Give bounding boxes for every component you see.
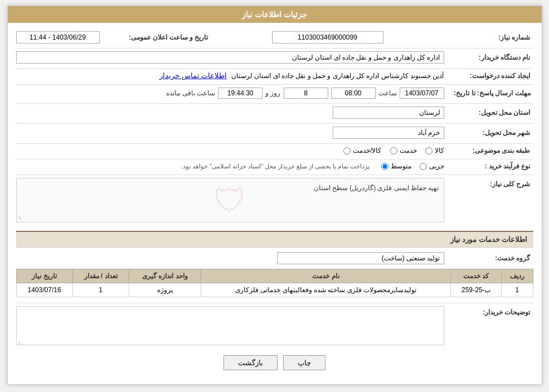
province-row: استان محل تحویل:	[16, 107, 533, 119]
divider-7	[16, 159, 533, 159]
service-group-input	[277, 252, 444, 264]
divider-3	[16, 84, 533, 85]
divider-1	[16, 48, 533, 49]
buyer-org-label: نام دستگاه خریدار:	[444, 54, 533, 61]
buyer-notes-textarea[interactable]	[16, 306, 444, 345]
deadline-label: مهلت ارسال پاسخ: تا تاریخ:	[444, 89, 533, 97]
col-quantity: تعداد / مقدار	[72, 269, 129, 283]
general-desc-container: 🛡 تهیه حفاظ ایمنی فلزی (گاردریل) سطح است…	[16, 178, 444, 225]
table-cell-0: 1	[502, 283, 533, 297]
services-section-title: اطلاعات خدمات مورد نیاز	[16, 231, 533, 248]
city-label: شهر محل تحویل:	[444, 129, 533, 137]
kala-radio[interactable]	[425, 147, 433, 154]
creator-contact-link[interactable]: اطلاعات تماس خریدار	[159, 71, 227, 80]
remaining-label: ساعت باقی مانده	[166, 89, 215, 97]
table-header-row: ردیف کد خدمت نام خدمت واحد اندازه گیری ت…	[16, 269, 533, 283]
deadline-row: مهلت ارسال پاسخ: تا تاریخ: 1403/07/07 سا…	[16, 88, 533, 99]
city-row: شهر محل تحویل:	[16, 127, 533, 139]
category-option-khedmat: خدمت	[390, 147, 417, 154]
datetime-row: 1403/07/07 ساعت 08:00 8 روز و 19:44:30 س…	[16, 88, 444, 99]
city-input	[333, 127, 444, 139]
buyer-org-row: نام دستگاه خریدار:	[16, 51, 533, 64]
creator-value: آذین حسنوند کارشناس اداره کل راهداری و ح…	[231, 72, 444, 80]
table-cell-4: 1	[72, 283, 129, 297]
category-option-kala-khedmat: کالا/خدمت	[343, 147, 381, 154]
divider-8	[16, 175, 533, 175]
announce-datetime-value-container: 1403/06/29 - 11:44	[16, 31, 100, 43]
category-row: طبقه بندی موضوعی: کالا خدمت کالا/خدمت	[16, 147, 533, 154]
print-button[interactable]: چاپ	[283, 355, 325, 370]
service-group-row: گروه خدمت:	[16, 252, 533, 264]
remaining-time-value: 19:44:30	[218, 88, 263, 99]
col-service-name: نام خدمت	[201, 269, 450, 283]
table-cell-5: 1403/07/16	[16, 283, 72, 297]
deadline-date-value: 1403/07/07	[400, 88, 444, 99]
general-desc-label: شرح کلی نیاز:	[444, 178, 533, 188]
need-number-value: 1103003469000099	[272, 31, 383, 43]
purchase-type-jozei: جزیی	[420, 162, 444, 170]
service-group-value-container	[16, 252, 444, 264]
service-group-label: گروه خدمت:	[444, 254, 533, 262]
category-value-container: کالا خدمت کالا/خدمت	[16, 147, 444, 154]
motavasset-label: متوسط	[391, 162, 411, 170]
time-label: ساعت	[378, 89, 397, 97]
divider-9	[16, 303, 533, 303]
purchase-type-container: جزیی متوسط پرداخت تمام یا بخشی از مبلغ خ…	[16, 162, 444, 170]
purchase-type-note: پرداخت تمام یا بخشی از مبلغ خریدار محل "…	[181, 163, 370, 170]
province-label: استان محل تحویل:	[444, 109, 533, 117]
services-section-label: اطلاعات خدمات مورد نیاز	[450, 235, 528, 244]
table-cell-2: تولیدسایرمحصولات فلزی ساخته شده وفعالیته…	[201, 283, 450, 297]
kala-khedmat-label: کالا/خدمت	[353, 147, 381, 154]
deadline-value-container: 1403/07/07 ساعت 08:00 8 روز و 19:44:30 س…	[16, 88, 444, 99]
kala-label: کالا	[435, 147, 444, 154]
deadline-time-value: 08:00	[331, 88, 376, 99]
purchase-type-label: نوع فرآیند خرید :	[444, 162, 533, 170]
resize-handle: ⤡	[18, 215, 22, 221]
buttons-row: چاپ بازگشت	[16, 355, 533, 370]
table-header: ردیف کد خدمت نام خدمت واحد اندازه گیری ت…	[16, 269, 533, 283]
col-service-code: کد خدمت	[451, 269, 502, 283]
need-number-value-container: 1103003469000099	[211, 31, 444, 43]
creator-row: ایجاد کننده درخواست: آذین حسنوند کارشناس…	[16, 71, 533, 80]
jozei-radio[interactable]	[420, 163, 427, 170]
province-value-container	[16, 107, 444, 119]
category-label: طبقه بندی موضوعی:	[444, 147, 533, 154]
table-cell-1: ب-25-259	[451, 283, 502, 297]
general-desc-value: تهیه حفاظ ایمنی فلزی (گاردریل) سطح استان	[17, 178, 444, 198]
announce-datetime-value: 1403/06/29 - 11:44	[16, 31, 100, 43]
creator-label: ایجاد کننده درخواست:	[444, 72, 533, 80]
page-container: جزئیات اطلاعات نیاز شماره نیاز: 11030034…	[7, 6, 542, 385]
page-title: جزئیات اطلاعات نیاز	[242, 10, 307, 19]
city-value-container	[16, 127, 444, 139]
table-row: 1ب-25-259تولیدسایرمحصولات فلزی ساخته شده…	[16, 283, 533, 297]
back-button[interactable]: بازگشت	[224, 355, 278, 370]
need-number-label: شماره نیاز:	[444, 33, 533, 41]
days-label: روز و	[265, 89, 280, 97]
divider-5	[16, 123, 533, 124]
buyer-notes-row: توضیحات خریدار: ⤡	[16, 306, 533, 347]
textarea-resize-handle: ⤡	[17, 340, 22, 346]
khedmat-radio[interactable]	[390, 147, 397, 154]
table-cell-3: پروژه	[129, 283, 201, 297]
col-row-num: ردیف	[502, 269, 533, 283]
category-option-kala: کالا	[425, 147, 444, 154]
buyer-notes-container: ⤡	[16, 306, 444, 347]
general-desc-row: شرح کلی نیاز: 🛡 تهیه حفاظ ایمنی فلزی (گا…	[16, 178, 533, 225]
category-options: کالا خدمت کالا/خدمت	[16, 147, 444, 154]
province-input	[333, 107, 444, 119]
buyer-notes-label: توضیحات خریدار:	[444, 306, 533, 316]
content-area: شماره نیاز: 1103003469000099 تاریخ و ساع…	[8, 23, 542, 384]
general-desc-area: 🛡 تهیه حفاظ ایمنی فلزی (گاردریل) سطح است…	[16, 178, 444, 222]
table-body: 1ب-25-259تولیدسایرمحصولات فلزی ساخته شده…	[16, 283, 533, 297]
motavasset-radio[interactable]	[381, 163, 388, 170]
deadline-days-value: 8	[284, 88, 328, 99]
purchase-type-motavasset: متوسط	[381, 162, 411, 170]
purchase-type-row: نوع فرآیند خرید : جزیی متوسط پرداخت تمام…	[16, 162, 533, 170]
creator-value-container: آذین حسنوند کارشناس اداره کل راهداری و ح…	[16, 71, 444, 80]
khedmat-label: خدمت	[400, 147, 417, 154]
buyer-org-input	[16, 51, 444, 64]
col-unit: واحد اندازه گیری	[129, 269, 201, 283]
kala-khedmat-radio[interactable]	[343, 147, 351, 154]
buyer-org-value-container	[16, 51, 444, 64]
need-number-row: شماره نیاز: 1103003469000099 تاریخ و ساع…	[16, 31, 533, 43]
